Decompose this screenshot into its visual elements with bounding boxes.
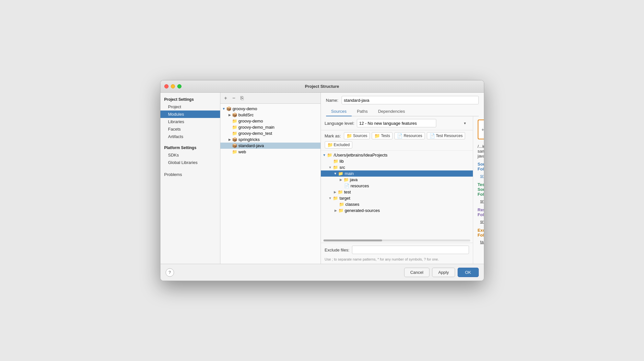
tree-node-groovy-demo-test[interactable]: 📁 groovy-demo_test [220,130,321,136]
remove-module-button[interactable]: − [231,95,237,101]
test-resources-icon: 📄 [429,133,435,138]
folder-icon: 📁 [338,208,344,213]
traffic-lights [164,84,181,88]
resource-folders-title: Resource Folders [478,207,479,217]
detail-tree-node-lib[interactable]: 📁 lib [321,158,473,164]
folder-icon: 📁 [344,177,349,182]
detail-tree-node-target[interactable]: ▼ 📁 target [321,195,473,201]
tree-arrow-icon: ▶ [340,178,342,181]
tree-node-label: java [350,177,358,182]
folder-icon: 📁 [333,165,338,170]
test-source-folder-path: src/test [480,199,484,204]
tree-node-groovy-demo[interactable]: 📁 groovy-demo [220,118,321,124]
close-button[interactable] [164,84,169,88]
tree-node-label: springtricks [239,137,260,142]
tree-node-buildsrc[interactable]: ▶ 📦 buildSrc [220,112,321,118]
tree-node-label: test [344,190,351,194]
tree-node-label: /Users/jetbrains/IdeaProjects [334,153,387,157]
sidebar-item-global-libraries[interactable]: Global Libraries [160,159,220,166]
tree-node-web[interactable]: 📁 web [220,149,321,155]
tab-paths[interactable]: Paths [352,107,373,116]
source-folder-path: src/main/java [480,173,484,178]
sidebar-item-problems[interactable]: Problems [160,171,220,178]
detail-header: Name: Sources Paths Dependencies [321,93,484,116]
mark-as-label: Mark as: [325,134,341,138]
tree-node-groovy-demo-main[interactable]: 📁 groovy-demo_main [220,124,321,130]
tree-node-label: target [339,196,350,201]
tree-node-label: standard-java [239,143,264,148]
mark-excluded-button[interactable]: 📁 Excluded [325,141,352,148]
tree-node-groovy-demo-root[interactable]: ▼ 📦 groovy-demo [220,106,321,112]
folder-icon: 📁 [232,125,237,130]
tree-node-springtricks[interactable]: ▶ 📦 springtricks [220,136,321,143]
sidebar-item-facets[interactable]: Facets [160,125,220,133]
ok-button[interactable]: OK [458,268,479,277]
detail-tree-node-classes[interactable]: 📁 classes [321,201,473,207]
name-label: Name: [326,98,338,103]
source-folder-entry-0: src/main/java ✏ ✕ [478,173,483,179]
sidebar-item-modules[interactable]: Modules [160,111,220,118]
dialog-title: Project Structure [305,84,339,89]
folder-icon: 📁 [232,149,237,154]
add-module-button[interactable]: + [223,95,228,101]
detail-tree-node-generated-sources[interactable]: ▶ 📁 generated-sources [321,207,473,214]
mark-test-resources-button[interactable]: 📄 Test Resources [427,132,465,139]
tree-arrow-icon: ▶ [334,190,336,194]
detail-tree-node-java[interactable]: ▶ 📁 java [321,177,473,183]
sidebar-item-sdks[interactable]: SDKs [160,151,220,159]
content-root-panel: + Add Content Root /...intellij-samples/… [473,116,484,264]
sidebar-item-artifacts[interactable]: Artifacts [160,133,220,140]
folder-icon: 📁 [232,131,237,136]
folder-icon: 📁 [339,202,344,207]
module-icon: 📦 [232,112,237,117]
language-level-label: Language level: [325,121,355,126]
plus-icon: + [482,127,484,132]
sidebar-item-libraries[interactable]: Libraries [160,118,220,125]
copy-module-button[interactable]: ⎘ [239,95,245,101]
detail-tree-node-test[interactable]: ▶ 📁 test [321,189,473,195]
detail-tree-node-resources[interactable]: 📄 resources [321,183,473,189]
tree-toolbar: + − ⎘ [220,93,321,104]
resource-folder-entry-0: src/main/resources ✏ ✕ [478,218,483,225]
folder-icon: 📁 [333,159,338,164]
apply-button[interactable]: Apply [432,268,455,277]
tree-node-label: groovy-demo [233,106,257,111]
resource-folders-section: Resource Folders src/main/resources ✏ ✕ [478,207,479,225]
mark-resources-label: Resources [404,134,422,138]
tree-node-label: lib [340,159,344,164]
tree-node-standard-java[interactable]: 📦 standard-java [220,143,321,149]
detail-tree-node-src[interactable]: ▼ 📁 src [321,164,473,170]
cancel-button[interactable]: Cancel [404,268,429,277]
tree-arrow-icon: ▼ [334,172,337,175]
tree-node-label: groovy-demo_test [239,131,272,136]
add-content-root-button[interactable]: + Add Content Root [478,120,484,139]
tree-arrow: ▼ [222,107,226,111]
folder-icon: 📁 [333,196,338,201]
detail-tree-node-main[interactable]: ▼ 📁 main [321,170,473,177]
sidebar-item-project[interactable]: Project [160,103,220,111]
detail-body: Language level: 12 - No new language fea… [321,116,484,264]
detail-tree-node-root[interactable]: ▼ 📁 /Users/jetbrains/IdeaProjects [321,152,473,158]
tabs-row: Sources Paths Dependencies [326,107,479,116]
tab-sources[interactable]: Sources [326,107,352,116]
source-folders-title: Source Folders [478,162,479,171]
tree-node-label: src [339,165,345,170]
minimize-button[interactable] [171,84,175,88]
folder-icon: 📁 [338,171,343,176]
horizontal-scrollbar[interactable] [323,239,470,241]
tree-node-label: groovy-demo_main [239,125,275,130]
help-button[interactable]: ? [166,268,174,277]
tab-dependencies[interactable]: Dependencies [373,107,410,116]
module-icon: 📦 [226,106,231,111]
maximize-button[interactable] [177,84,181,88]
sources-tree: ▼ 📁 /Users/jetbrains/IdeaProjects 📁 lib [321,151,473,239]
mark-tests-button[interactable]: 📁 Tests [372,132,392,139]
exclude-files-input[interactable] [352,246,469,254]
mark-resources-button[interactable]: 📄 Resources [394,132,425,139]
test-source-folders-title: Test Source Folders [478,182,479,197]
mark-sources-button[interactable]: 📁 Sources [344,132,370,139]
module-name-input[interactable] [342,96,479,104]
sidebar: Project Settings Project Modules Librari… [160,93,220,264]
language-level-select[interactable]: 12 - No new language features 11 - Local… [357,119,436,127]
tree-arrow-icon: ▶ [334,209,337,212]
